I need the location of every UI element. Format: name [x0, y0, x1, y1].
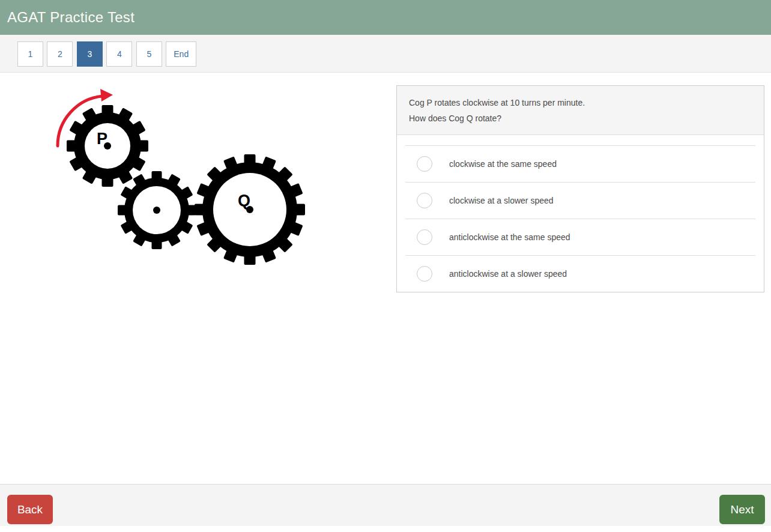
page-button-3-active[interactable]: 3: [77, 41, 103, 67]
page-button-end[interactable]: End: [166, 41, 196, 67]
question-line-1: Cog P rotates clockwise at 10 turns per …: [409, 95, 752, 110]
main-content: PQ Cog P rotates clockwise at 10 turns p…: [0, 73, 771, 484]
question-pagination: 1 2 3 4 5 End: [0, 35, 771, 73]
cog-P: P: [67, 105, 148, 187]
back-button[interactable]: Back: [7, 495, 53, 524]
page-button-2[interactable]: 2: [47, 41, 73, 67]
radio-button[interactable]: [417, 156, 432, 172]
radio-button[interactable]: [417, 229, 432, 245]
option-label: anticlockwise at a slower speed: [449, 269, 567, 279]
question-panel: Cog P rotates clockwise at 10 turns per …: [396, 85, 764, 292]
option-clockwise-slower-speed[interactable]: clockwise at a slower speed: [405, 182, 755, 219]
page-button-5[interactable]: 5: [136, 41, 162, 67]
page-button-4[interactable]: 4: [106, 41, 132, 67]
question-line-2: How does Cog Q rotate?: [409, 110, 752, 126]
option-clockwise-same-speed[interactable]: clockwise at the same speed: [405, 145, 755, 182]
cog-middle: [118, 171, 196, 249]
option-anticlockwise-slower-speed[interactable]: anticlockwise at a slower speed: [405, 255, 755, 292]
cog-label-P: P: [97, 130, 107, 148]
footer-navigation: Back Next: [0, 484, 771, 526]
radio-button[interactable]: [417, 266, 432, 282]
option-label: anticlockwise at the same speed: [449, 232, 570, 242]
page-button-1[interactable]: 1: [17, 41, 43, 67]
option-label: clockwise at a slower speed: [449, 196, 554, 205]
question-text: Cog P rotates clockwise at 10 turns per …: [397, 86, 764, 135]
answer-options: clockwise at the same speed clockwise at…: [397, 135, 764, 292]
option-anticlockwise-same-speed[interactable]: anticlockwise at the same speed: [405, 219, 755, 255]
next-button[interactable]: Next: [719, 495, 765, 524]
cogs-figure: PQ: [0, 73, 396, 373]
option-label: clockwise at the same speed: [449, 159, 557, 169]
page-title: AGAT Practice Test: [7, 9, 135, 26]
cog-label-Q: Q: [238, 192, 250, 210]
radio-button[interactable]: [417, 193, 432, 208]
cog-Q: Q: [195, 154, 305, 265]
app-header: AGAT Practice Test: [0, 0, 771, 35]
